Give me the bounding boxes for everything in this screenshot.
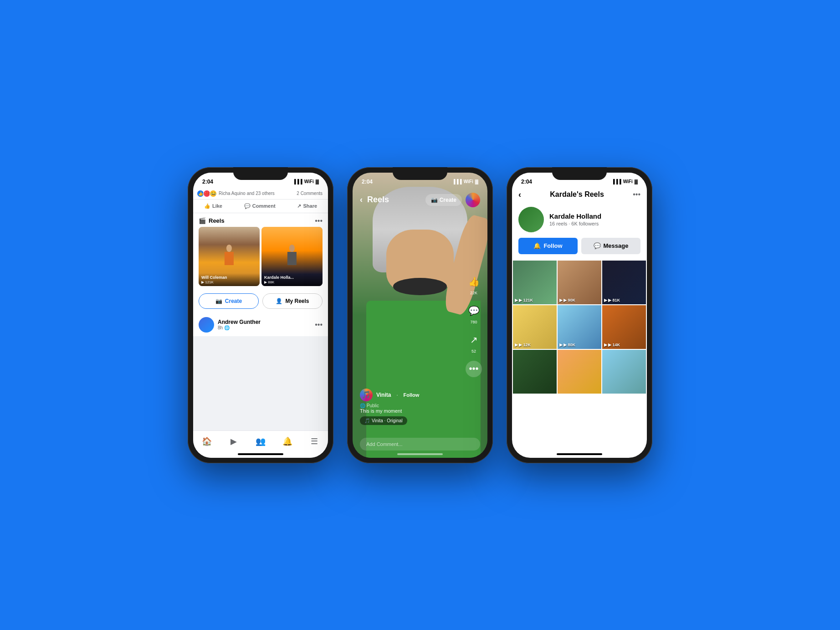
shirt-area	[366, 301, 481, 457]
comment-action[interactable]: 💬 780	[466, 302, 482, 324]
camera-icon: 📷	[215, 298, 222, 304]
more-icon-reels: •••	[466, 361, 482, 377]
profile-reel-5[interactable]: ▶▶ 80K	[558, 305, 601, 349]
back-arrow-3[interactable]: ‹	[518, 190, 521, 200]
status-bar-2: 2:04 ▐▐▐ WiFi ▓	[353, 173, 487, 188]
reels-grid: Will Coleman ▶ 121K Kardale Holla.	[193, 227, 328, 290]
share-icon-reels: ↗	[466, 332, 482, 348]
nav-bell[interactable]: 🔔	[274, 435, 301, 449]
person-icon: 👤	[276, 298, 282, 304]
like-icon-reels: 👍	[466, 273, 482, 290]
person-1	[220, 245, 238, 274]
phone-3-screen: 2:04 ▐▐▐ WiFi ▓ ‹ Kardale's Reels ••• Ka…	[512, 173, 647, 458]
reels-music-row: 🎵 Vinita · Original	[360, 416, 457, 425]
reel-views-6: ▶▶ 14K	[604, 343, 620, 347]
person-2	[283, 245, 301, 274]
like-icon: 👍	[204, 203, 210, 209]
my-reels-button[interactable]: 👤 My Reels	[262, 293, 323, 309]
reels-header-left: ‹ Reels	[360, 195, 389, 205]
author-avatar	[199, 317, 214, 333]
post-author-row: Andrew Gunther 8h 🌐 •••	[193, 313, 328, 336]
profile-reel-9[interactable]	[602, 350, 646, 394]
status-icons-1: ▐▐▐ WiFi ▓	[292, 179, 319, 184]
message-button[interactable]: 💬 Message	[581, 238, 640, 254]
globe-icon-reels: 🌐	[360, 403, 365, 408]
reels-side-actions: 👍 22K 💬 780 ↗ 52 •••	[466, 273, 482, 378]
profile-reel-6[interactable]: ▶▶ 14K	[602, 305, 646, 349]
profile-reel-8[interactable]	[558, 350, 601, 394]
comment-input[interactable]: Add Comment...	[360, 438, 480, 451]
reels-create-button[interactable]: 📷 Create	[425, 194, 462, 206]
person-body-2	[287, 252, 297, 265]
reactions-text: Richa Aquino and 23 others	[219, 191, 275, 196]
reels-top-bar: ‹ Reels 📷 Create	[353, 189, 487, 211]
reel-2[interactable]: Kardale Holla... ▶ 88K	[261, 227, 323, 286]
profile-avatar	[518, 207, 544, 232]
notch-1	[233, 167, 288, 180]
more-options-icon[interactable]: •••	[315, 217, 323, 225]
reel-views-4: ▶▶ 12K	[515, 343, 531, 347]
signal-icon-3: ▐▐▐	[611, 179, 621, 184]
share-action[interactable]: ↗ 52	[466, 332, 482, 353]
reels-visibility: 🌐 Public	[360, 403, 457, 408]
reels-header-right: 📷 Create	[425, 193, 480, 207]
reels-follow-button[interactable]: Follow	[404, 392, 420, 398]
profile-header: Kardale Holland 16 reels · 6K followers	[512, 203, 647, 238]
reels-section-header: 🎬 Reels •••	[193, 213, 328, 227]
reaction-icons: 👍 ❤️ 😂	[199, 190, 217, 197]
profile-reel-3[interactable]: ▶▶ 81K	[602, 261, 646, 304]
feed-post: 👍 ❤️ 😂 Richa Aquino and 23 others 2 Comm…	[193, 188, 328, 336]
person-head-2	[289, 245, 295, 252]
profile-reel-7[interactable]	[513, 350, 557, 394]
nav-home[interactable]: 🏠	[193, 435, 220, 449]
signal-icon-2: ▐▐▐	[452, 179, 461, 184]
person-head-1	[226, 245, 232, 252]
comment-icon: 💬	[244, 203, 251, 209]
comment-icon-reels: 💬	[466, 302, 482, 319]
like-button[interactable]: 👍 Like	[200, 201, 226, 211]
nav-video[interactable]: ▶	[220, 435, 247, 449]
reel-1-overlay: Will Coleman ▶ 121K	[199, 273, 260, 286]
back-arrow-icon[interactable]: ‹	[360, 195, 363, 205]
phone-1: 2:04 ▐▐▐ WiFi ▓ 👍 ❤️ 😂	[188, 167, 333, 463]
reels-avatar[interactable]	[466, 193, 480, 207]
create-bar: 📷 Create 👤 My Reels	[193, 290, 328, 313]
reels-caption: This is my moment	[360, 408, 457, 414]
profile-reel-4[interactable]: ▶▶ 12K	[513, 305, 557, 349]
time-1: 2:04	[202, 179, 213, 185]
like-action[interactable]: 👍 22K	[466, 273, 482, 295]
nav-people[interactable]: 👥	[247, 435, 274, 449]
post-more-icon[interactable]: •••	[315, 321, 323, 329]
more-icon-profile[interactable]: •••	[633, 190, 640, 199]
profile-reel-1[interactable]: ▶▶ 121K	[513, 261, 557, 304]
author-meta: 8h 🌐	[218, 325, 261, 330]
create-button[interactable]: 📷 Create	[199, 293, 259, 309]
reels-user-name: Vinita	[376, 392, 391, 398]
battery-icon: ▓	[316, 179, 319, 184]
home-indicator-2	[397, 453, 443, 455]
follow-button[interactable]: 🔔 Follow	[518, 238, 578, 254]
profile-page-title: Kardale's Reels	[550, 190, 604, 199]
status-icons-2: ▐▐▐ WiFi ▓	[452, 179, 478, 184]
nav-menu[interactable]: ☰	[301, 435, 328, 449]
phone-3: 2:04 ▐▐▐ WiFi ▓ ‹ Kardale's Reels ••• Ka…	[507, 167, 652, 463]
section-title: 🎬 Reels	[199, 217, 225, 224]
phone-2: 2:04 ▐▐▐ WiFi ▓ ‹ Reels 📷	[347, 167, 493, 463]
home-indicator-3	[557, 453, 602, 455]
profile-info: Kardale Holland 16 reels · 6K followers	[549, 212, 640, 226]
battery-icon-3: ▓	[635, 179, 638, 184]
reels-user-avatar: 🎵	[360, 389, 373, 401]
share-button[interactable]: ↗ Share	[293, 201, 321, 211]
reels-viewer: 2:04 ▐▐▐ WiFi ▓ ‹ Reels 📷	[353, 173, 487, 458]
profile-reel-2[interactable]: ▶▶ 90K	[558, 261, 601, 304]
profile-reels-grid: ▶▶ 121K ▶▶ 90K ▶▶ 81K ▶▶ 12K	[512, 260, 647, 394]
share-icon: ↗	[297, 203, 301, 209]
more-action[interactable]: •••	[466, 361, 482, 378]
phone-1-screen: 2:04 ▐▐▐ WiFi ▓ 👍 ❤️ 😂	[193, 173, 328, 458]
music-badge[interactable]: 🎵 Vinita · Original	[360, 416, 407, 425]
reel-1[interactable]: Will Coleman ▶ 121K	[199, 227, 260, 286]
action-bar: 👍 Like 💬 Comment ↗ Share	[193, 199, 328, 213]
comment-button[interactable]: 💬 Comment	[241, 201, 279, 211]
person-body-1	[225, 252, 234, 265]
time-3: 2:04	[521, 179, 532, 185]
